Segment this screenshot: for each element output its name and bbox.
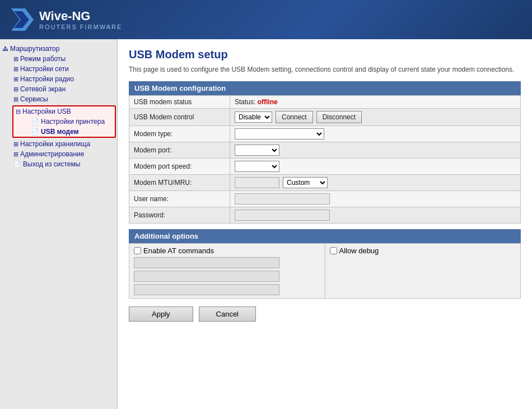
mtu-input[interactable] — [235, 177, 279, 188]
modem-control-select[interactable]: Disable Enable — [235, 111, 272, 123]
sidebar-item-router[interactable]: 🖧 Маршрутизатор — [0, 44, 117, 54]
sidebar-item-usb-modem[interactable]: 📄 USB модем — [29, 127, 115, 137]
mtu-value: Custom — [230, 175, 521, 191]
table-row-modem-port: Modem port: — [129, 142, 521, 159]
at-commands-cell: Enable AT commands — [129, 244, 325, 299]
status-value: offline — [258, 98, 278, 106]
enable-at-label: Enable AT commands — [143, 247, 214, 255]
main-layout: 🖧 Маршрутизатор ⊞ Режим работы ⊞ Настрой… — [0, 39, 532, 409]
sidebar-item-logout[interactable]: 📄 Выход из системы — [11, 159, 117, 169]
sidebar-item-storage[interactable]: ⊞ Настройки хранилища — [11, 139, 117, 149]
additional-table: Enable AT commands Allow debug — [129, 243, 521, 299]
enable-at-checkbox[interactable] — [134, 247, 141, 254]
sidebar-item-firewall[interactable]: ⊞ Сетевой экран — [11, 84, 117, 94]
folder-icon: ⊞ — [13, 76, 18, 83]
folder-open-icon: ⊟ — [16, 108, 21, 115]
allow-debug-checkbox[interactable] — [330, 247, 337, 254]
logo-main-name: Wive-NG — [39, 9, 122, 24]
status-label-cell: USB modem status — [129, 96, 230, 109]
allow-debug-label: Allow debug — [339, 247, 379, 255]
sidebar-item-usb-settings[interactable]: ⊟ Настройки USB — [13, 106, 115, 117]
usb-config-section-header: USB Modem configuration — [129, 81, 521, 95]
allow-debug-row: Allow debug — [330, 247, 516, 255]
sidebar-item-printer[interactable]: 📄 Настройки принтера — [29, 117, 115, 127]
at-command-input-1[interactable] — [134, 257, 279, 268]
table-row-status: USB modem status Status: offline — [129, 96, 521, 109]
folder-icon: ⊞ — [13, 86, 18, 93]
password-label: Password: — [129, 207, 230, 224]
sidebar-item-admin[interactable]: ⊞ Администрирование — [11, 149, 117, 159]
mtu-control-row: Custom — [235, 177, 516, 188]
additional-row: Enable AT commands Allow debug — [129, 244, 521, 299]
modem-type-label: Modem type: — [129, 126, 230, 142]
port-speed-select[interactable] — [235, 161, 279, 172]
folder-icon: ⊞ — [13, 66, 18, 73]
usb-config-table: USB modem status Status: offline USB Mod… — [129, 95, 521, 224]
port-speed-value — [230, 159, 521, 175]
sidebar-item-services[interactable]: ⊞ Сервисы — [11, 94, 117, 104]
sidebar-item-work-mode[interactable]: ⊞ Режим работы — [11, 54, 117, 64]
modem-port-label: Modem port: — [129, 142, 230, 159]
allow-debug-cell: Allow debug — [325, 244, 521, 299]
table-row-username: User name: — [129, 191, 521, 207]
enable-at-row: Enable AT commands — [134, 247, 320, 255]
password-value — [230, 207, 521, 224]
router-icon: 🖧 — [2, 45, 8, 52]
page-description: This page is used to configure the USB M… — [129, 66, 521, 73]
additional-options-section: Additional options Enable AT commands — [129, 229, 521, 299]
disconnect-button[interactable]: Disconnect — [316, 111, 362, 123]
logo-text: Wive-NG ROUTERS FIRMWARE — [39, 9, 122, 30]
port-speed-label: Modem port speed: — [129, 159, 230, 175]
header: Wive-NG ROUTERS FIRMWARE — [0, 0, 532, 39]
table-row-control: USB Modem control Disable Enable Connect… — [129, 109, 521, 126]
table-row-port-speed: Modem port speed: — [129, 159, 521, 175]
sidebar-item-radio-settings[interactable]: ⊞ Настройки радио — [11, 74, 117, 84]
logo-area: Wive-NG ROUTERS FIRMWARE — [11, 8, 122, 31]
action-buttons: Apply Cancel — [129, 306, 521, 322]
folder-icon: ⊞ — [13, 141, 18, 148]
folder-icon: ⊞ — [13, 96, 18, 103]
control-label-cell: USB Modem control — [129, 109, 230, 126]
at-command-input-3[interactable] — [134, 284, 279, 295]
additional-section-header: Additional options — [129, 229, 521, 243]
username-value — [230, 191, 521, 207]
doc-icon: 📄 — [13, 161, 21, 168]
password-input[interactable] — [235, 210, 330, 221]
sidebar: 🖧 Маршрутизатор ⊞ Режим работы ⊞ Настрой… — [0, 39, 118, 409]
mtu-type-select[interactable]: Custom — [283, 177, 328, 188]
apply-button[interactable]: Apply — [129, 306, 193, 322]
table-row-password: Password: — [129, 207, 521, 224]
control-value-cell: Disable Enable Connect Disconnect — [230, 109, 521, 126]
doc-icon: 📄 — [31, 118, 39, 126]
usb-group-highlighted: ⊟ Настройки USB 📄 Настройки принтера 📄 U… — [12, 105, 116, 138]
modem-port-select[interactable] — [235, 145, 279, 156]
content-area: USB Modem setup This page is used to con… — [118, 39, 532, 409]
table-row-mtu: Modem MTU/MRU: Custom — [129, 175, 521, 191]
username-label: User name: — [129, 191, 230, 207]
username-input[interactable] — [235, 193, 330, 204]
at-input-group — [134, 257, 320, 295]
sidebar-item-network-settings[interactable]: ⊞ Настройки сети — [11, 64, 117, 74]
status-value-cell: Status: offline — [230, 96, 521, 109]
logo-icon — [11, 8, 34, 31]
cancel-button[interactable]: Cancel — [199, 306, 256, 322]
doc-icon: 📄 — [31, 128, 39, 136]
at-command-input-2[interactable] — [134, 271, 279, 282]
modem-type-select[interactable] — [235, 128, 324, 140]
mtu-label: Modem MTU/MRU: — [129, 175, 230, 191]
table-row-modem-type: Modem type: — [129, 126, 521, 142]
folder-icon: ⊞ — [13, 151, 18, 158]
logo-sub-name: ROUTERS FIRMWARE — [39, 24, 122, 30]
modem-type-value — [230, 126, 521, 142]
usb-config-section: USB Modem configuration USB modem status… — [129, 81, 521, 224]
control-row: Disable Enable Connect Disconnect — [235, 111, 516, 123]
page-title: USB Modem setup — [129, 48, 521, 61]
folder-icon: ⊞ — [13, 55, 18, 63]
modem-port-value — [230, 142, 521, 159]
connect-button[interactable]: Connect — [276, 111, 313, 123]
